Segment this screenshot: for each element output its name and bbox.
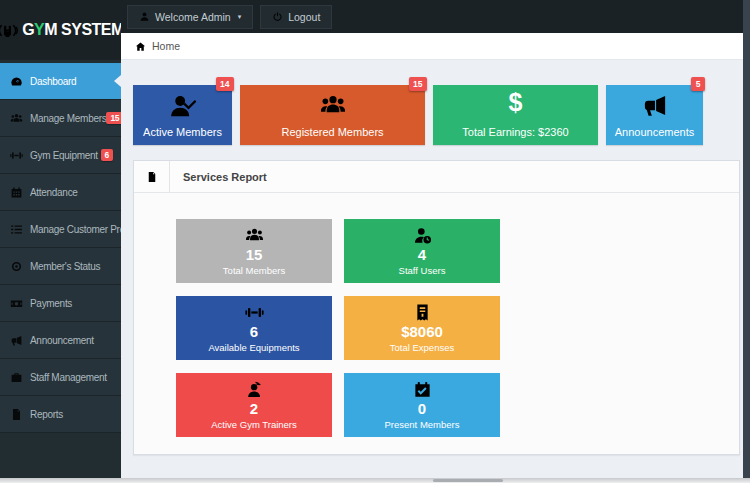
members-count-badge: 15 <box>106 112 121 125</box>
stat-label: Registered Members <box>281 126 383 138</box>
active-members-badge: 14 <box>216 77 234 91</box>
panel-body: 15 Total Members 4 Staff Users 6 Availab… <box>134 193 739 437</box>
sidebar-item-label: Member's Status <box>30 261 100 272</box>
tile-value: 2 <box>250 400 258 417</box>
tile-value: 4 <box>418 246 426 263</box>
panel-header: Services Report <box>134 161 739 193</box>
sidebar: GYM SYSTEM Dashboard Manage Members 15 G… <box>0 0 121 478</box>
dumbbell-icon <box>10 149 23 162</box>
horizontal-scrollbar-thumb[interactable] <box>433 479 503 482</box>
report-tiles-grid: 15 Total Members 4 Staff Users 6 Availab… <box>176 219 739 437</box>
breadcrumb-home[interactable]: Home <box>152 40 180 52</box>
welcome-admin-dropdown[interactable]: Welcome Admin ▾ <box>127 5 253 29</box>
tile-total-expenses: $8060 Total Expenses <box>344 296 500 360</box>
stat-boxes-row: 14 Active Members 15 Registered Members … <box>133 85 740 145</box>
tile-available-equipments: 6 Available Equipments <box>176 296 332 360</box>
dashboard-gauge-icon <box>10 75 23 88</box>
brand-logo[interactable]: GYM SYSTEM <box>0 0 121 60</box>
sidebar-item-announcement[interactable]: Announcement <box>0 322 121 359</box>
sidebar-item-label: Manage Members <box>30 113 106 124</box>
user-clock-icon <box>413 226 432 245</box>
dumbbell-fist-icon <box>0 20 18 41</box>
horizontal-scrollbar[interactable] <box>0 478 750 483</box>
tile-label: Present Members <box>385 419 460 430</box>
tile-staff-users: 4 Staff Users <box>344 219 500 283</box>
equipment-count-badge: 6 <box>101 149 113 162</box>
welcome-admin-label: Welcome Admin <box>155 11 231 23</box>
power-icon <box>272 11 283 22</box>
tile-active-gym-trainers: 2 Active Gym Trainers <box>176 373 332 437</box>
user-check-icon <box>169 92 196 119</box>
users-icon <box>10 112 23 125</box>
sidebar-item-label: Dashboard <box>30 76 76 87</box>
sidebar-item-manage-customer-progress[interactable]: Manage Customer Progress <box>0 211 121 248</box>
vertical-scrollbar[interactable] <box>743 0 750 478</box>
tile-label: Total Expenses <box>390 342 454 353</box>
dumbbell-icon <box>245 303 264 322</box>
megaphone-icon <box>10 334 23 347</box>
sidebar-item-label: Staff Management <box>30 372 107 383</box>
document-icon <box>134 161 170 192</box>
sidebar-item-label: Reports <box>30 409 63 420</box>
main-content: 14 Active Members 15 Registered Members … <box>121 60 743 478</box>
logout-label: Logout <box>288 11 320 23</box>
sidebar-item-dashboard[interactable]: Dashboard <box>0 63 121 100</box>
gym-system-app: GYM SYSTEM Dashboard Manage Members 15 G… <box>0 0 750 483</box>
sidebar-item-label: Attendance <box>30 187 78 198</box>
logout-button[interactable]: Logout <box>260 5 332 29</box>
tile-present-members: 0 Present Members <box>344 373 500 437</box>
stat-label: Active Members <box>143 126 222 138</box>
home-icon <box>135 41 146 52</box>
trainer-whistle-icon <box>245 380 264 399</box>
registered-members-badge: 15 <box>409 77 427 91</box>
user-icon <box>139 11 150 22</box>
tile-value: 6 <box>250 323 258 340</box>
caret-down-icon: ▾ <box>238 13 242 21</box>
announcements-badge: 5 <box>691 77 705 91</box>
sidebar-item-members-status[interactable]: Member's Status <box>0 248 121 285</box>
top-navbar: Welcome Admin ▾ Logout <box>121 0 743 33</box>
active-item-arrow <box>114 75 121 87</box>
stat-box-total-earnings[interactable]: $ Total Earnings: $2360 <box>433 85 598 145</box>
users-icon <box>319 92 346 119</box>
stat-label: Total Earnings: $2360 <box>462 126 568 138</box>
calendar-check-icon <box>413 380 432 399</box>
tile-label: Active Gym Trainers <box>211 419 297 430</box>
panel-title: Services Report <box>170 171 267 183</box>
tile-total-members: 15 Total Members <box>176 219 332 283</box>
calendar-icon <box>10 186 23 199</box>
status-target-icon <box>10 260 23 273</box>
sidebar-item-attendance[interactable]: Attendance <box>0 174 121 211</box>
sidebar-item-reports[interactable]: Reports <box>0 396 121 433</box>
brand-title: GYM SYSTEM <box>22 21 124 39</box>
tile-label: Available Equipments <box>208 342 299 353</box>
file-icon <box>10 408 23 421</box>
tile-value: 0 <box>418 400 426 417</box>
receipt-icon <box>413 303 432 322</box>
sidebar-item-gym-equipment[interactable]: Gym Equipment 6 <box>0 137 121 174</box>
tile-value: $8060 <box>401 323 443 340</box>
tile-label: Staff Users <box>399 265 446 276</box>
users-icon <box>245 226 264 245</box>
dollar-icon: $ <box>509 89 523 117</box>
sidebar-item-staff-management[interactable]: Staff Management <box>0 359 121 396</box>
sidebar-item-label: Announcement <box>30 335 94 346</box>
sidebar-item-payments[interactable]: Payments <box>0 285 121 322</box>
breadcrumb: Home <box>121 33 743 60</box>
sidebar-item-label: Payments <box>30 298 72 309</box>
services-report-panel: Services Report 15 Total Members 4 Staff… <box>133 160 740 455</box>
tile-label: Total Members <box>223 265 285 276</box>
briefcase-icon <box>10 371 23 384</box>
stat-box-registered-members[interactable]: 15 Registered Members <box>240 85 425 145</box>
list-icon <box>10 223 23 236</box>
stat-box-active-members[interactable]: 14 Active Members <box>133 85 232 145</box>
sidebar-item-manage-members[interactable]: Manage Members 15 <box>0 100 121 137</box>
megaphone-icon <box>641 92 668 119</box>
money-icon <box>10 297 23 310</box>
tile-value: 15 <box>246 246 263 263</box>
sidebar-menu: Dashboard Manage Members 15 Gym Equipmen… <box>0 63 121 433</box>
stat-box-announcements[interactable]: 5 Announcements <box>606 85 703 145</box>
sidebar-item-label: Gym Equipment <box>30 150 98 161</box>
stat-label: Announcements <box>615 126 695 138</box>
sidebar-item-label: Manage Customer Progress <box>30 224 121 235</box>
